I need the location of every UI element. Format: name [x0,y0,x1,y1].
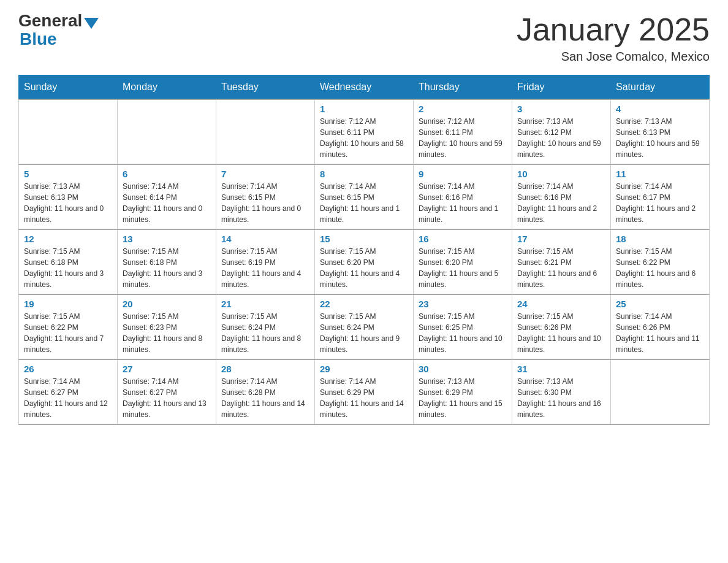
day-info: Sunrise: 7:14 AM Sunset: 6:16 PM Dayligh… [517,181,605,225]
calendar-day-cell: 12Sunrise: 7:15 AM Sunset: 6:18 PM Dayli… [19,229,118,294]
calendar-weekday-header: Friday [512,75,611,100]
day-info: Sunrise: 7:14 AM Sunset: 6:26 PM Dayligh… [616,311,704,355]
calendar-day-cell: 19Sunrise: 7:15 AM Sunset: 6:22 PM Dayli… [19,294,118,359]
calendar-day-cell: 28Sunrise: 7:14 AM Sunset: 6:28 PM Dayli… [216,359,315,424]
day-info: Sunrise: 7:15 AM Sunset: 6:23 PM Dayligh… [123,311,211,355]
calendar-day-cell: 7Sunrise: 7:14 AM Sunset: 6:15 PM Daylig… [216,164,315,229]
day-number: 27 [123,364,211,374]
calendar-day-cell: 2Sunrise: 7:12 AM Sunset: 6:11 PM Daylig… [414,99,512,164]
day-number: 26 [24,364,112,374]
calendar-day-cell: 30Sunrise: 7:13 AM Sunset: 6:29 PM Dayli… [414,359,512,424]
calendar-day-cell: 14Sunrise: 7:15 AM Sunset: 6:19 PM Dayli… [216,229,315,294]
day-info: Sunrise: 7:12 AM Sunset: 6:11 PM Dayligh… [320,116,408,160]
calendar-week-row: 12Sunrise: 7:15 AM Sunset: 6:18 PM Dayli… [19,229,710,294]
day-number: 31 [517,364,605,374]
day-number: 5 [24,169,112,179]
day-info: Sunrise: 7:13 AM Sunset: 6:30 PM Dayligh… [517,376,605,420]
day-info: Sunrise: 7:14 AM Sunset: 6:15 PM Dayligh… [221,181,309,225]
day-info: Sunrise: 7:14 AM Sunset: 6:27 PM Dayligh… [123,376,211,420]
calendar-weekday-header: Tuesday [216,75,315,100]
calendar-day-cell: 21Sunrise: 7:15 AM Sunset: 6:24 PM Dayli… [216,294,315,359]
day-number: 8 [320,169,408,179]
day-number: 9 [419,169,507,179]
logo-triangle-icon [84,18,99,29]
day-number: 20 [123,299,211,309]
day-number: 2 [419,104,507,114]
day-info: Sunrise: 7:15 AM Sunset: 6:19 PM Dayligh… [221,246,309,290]
calendar-table: SundayMondayTuesdayWednesdayThursdayFrid… [18,75,710,425]
day-number: 28 [221,364,309,374]
day-info: Sunrise: 7:15 AM Sunset: 6:25 PM Dayligh… [419,311,507,355]
day-info: Sunrise: 7:15 AM Sunset: 6:18 PM Dayligh… [24,246,112,290]
calendar-weekday-header: Thursday [414,75,512,100]
calendar-day-cell: 26Sunrise: 7:14 AM Sunset: 6:27 PM Dayli… [19,359,118,424]
day-number: 6 [123,169,211,179]
day-info: Sunrise: 7:14 AM Sunset: 6:27 PM Dayligh… [24,376,112,420]
calendar-day-cell: 27Sunrise: 7:14 AM Sunset: 6:27 PM Dayli… [118,359,216,424]
calendar-week-row: 5Sunrise: 7:13 AM Sunset: 6:13 PM Daylig… [19,164,710,229]
calendar-day-cell: 5Sunrise: 7:13 AM Sunset: 6:13 PM Daylig… [19,164,118,229]
location-subtitle: San Jose Comalco, Mexico [517,50,710,64]
day-number: 17 [517,234,605,244]
calendar-day-cell: 23Sunrise: 7:15 AM Sunset: 6:25 PM Dayli… [414,294,512,359]
day-number: 30 [419,364,507,374]
day-info: Sunrise: 7:14 AM Sunset: 6:29 PM Dayligh… [320,376,408,420]
calendar-day-cell: 17Sunrise: 7:15 AM Sunset: 6:21 PM Dayli… [512,229,611,294]
day-info: Sunrise: 7:15 AM Sunset: 6:21 PM Dayligh… [517,246,605,290]
day-info: Sunrise: 7:13 AM Sunset: 6:13 PM Dayligh… [24,181,112,225]
calendar-day-cell [118,99,216,164]
calendar-day-cell: 22Sunrise: 7:15 AM Sunset: 6:24 PM Dayli… [315,294,414,359]
logo-general-text: General [18,12,82,29]
day-number: 10 [517,169,605,179]
day-info: Sunrise: 7:15 AM Sunset: 6:24 PM Dayligh… [221,311,309,355]
calendar-header-row: SundayMondayTuesdayWednesdayThursdayFrid… [19,75,710,100]
calendar-day-cell: 29Sunrise: 7:14 AM Sunset: 6:29 PM Dayli… [315,359,414,424]
day-info: Sunrise: 7:14 AM Sunset: 6:15 PM Dayligh… [320,181,408,225]
day-info: Sunrise: 7:13 AM Sunset: 6:12 PM Dayligh… [517,116,605,160]
calendar-day-cell: 1Sunrise: 7:12 AM Sunset: 6:11 PM Daylig… [315,99,414,164]
day-number: 13 [123,234,211,244]
calendar-day-cell: 25Sunrise: 7:14 AM Sunset: 6:26 PM Dayli… [611,294,710,359]
calendar-weekday-header: Wednesday [315,75,414,100]
day-info: Sunrise: 7:15 AM Sunset: 6:22 PM Dayligh… [616,246,704,290]
title-block: January 2025 San Jose Comalco, Mexico [517,12,710,64]
calendar-day-cell: 4Sunrise: 7:13 AM Sunset: 6:13 PM Daylig… [611,99,710,164]
day-info: Sunrise: 7:14 AM Sunset: 6:16 PM Dayligh… [419,181,507,225]
calendar-day-cell: 9Sunrise: 7:14 AM Sunset: 6:16 PM Daylig… [414,164,512,229]
day-info: Sunrise: 7:14 AM Sunset: 6:14 PM Dayligh… [123,181,211,225]
calendar-day-cell [216,99,315,164]
calendar-day-cell: 8Sunrise: 7:14 AM Sunset: 6:15 PM Daylig… [315,164,414,229]
calendar-day-cell: 10Sunrise: 7:14 AM Sunset: 6:16 PM Dayli… [512,164,611,229]
day-info: Sunrise: 7:15 AM Sunset: 6:18 PM Dayligh… [123,246,211,290]
calendar-week-row: 19Sunrise: 7:15 AM Sunset: 6:22 PM Dayli… [19,294,710,359]
day-number: 11 [616,169,704,179]
day-number: 7 [221,169,309,179]
calendar-day-cell: 6Sunrise: 7:14 AM Sunset: 6:14 PM Daylig… [118,164,216,229]
day-info: Sunrise: 7:15 AM Sunset: 6:20 PM Dayligh… [419,246,507,290]
day-number: 29 [320,364,408,374]
day-info: Sunrise: 7:15 AM Sunset: 6:20 PM Dayligh… [320,246,408,290]
calendar-day-cell: 16Sunrise: 7:15 AM Sunset: 6:20 PM Dayli… [414,229,512,294]
day-number: 24 [517,299,605,309]
day-info: Sunrise: 7:15 AM Sunset: 6:26 PM Dayligh… [517,311,605,355]
calendar-day-cell: 3Sunrise: 7:13 AM Sunset: 6:12 PM Daylig… [512,99,611,164]
day-number: 22 [320,299,408,309]
logo: General Blue [18,12,100,49]
calendar-weekday-header: Monday [118,75,216,100]
month-year-title: January 2025 [517,12,710,47]
calendar-day-cell: 15Sunrise: 7:15 AM Sunset: 6:20 PM Dayli… [315,229,414,294]
day-number: 18 [616,234,704,244]
day-info: Sunrise: 7:14 AM Sunset: 6:17 PM Dayligh… [616,181,704,225]
day-number: 23 [419,299,507,309]
day-number: 16 [419,234,507,244]
calendar-day-cell: 13Sunrise: 7:15 AM Sunset: 6:18 PM Dayli… [118,229,216,294]
day-number: 12 [24,234,112,244]
calendar-day-cell [611,359,710,424]
calendar-week-row: 26Sunrise: 7:14 AM Sunset: 6:27 PM Dayli… [19,359,710,424]
day-number: 19 [24,299,112,309]
day-info: Sunrise: 7:13 AM Sunset: 6:29 PM Dayligh… [419,376,507,420]
calendar-day-cell [19,99,118,164]
day-number: 15 [320,234,408,244]
day-info: Sunrise: 7:15 AM Sunset: 6:22 PM Dayligh… [24,311,112,355]
logo-blue-text: Blue [20,29,57,48]
